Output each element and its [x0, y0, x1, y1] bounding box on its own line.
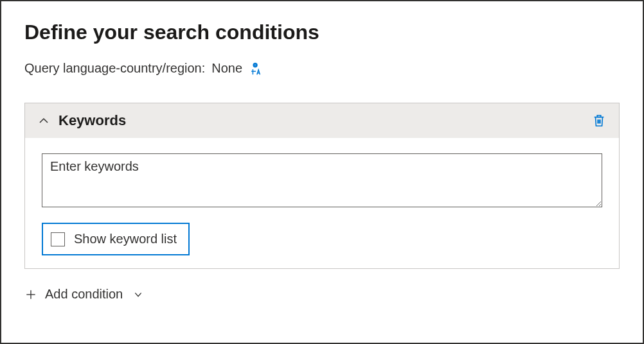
query-language-label: Query language-country/region:	[24, 61, 205, 76]
chevron-down-icon	[133, 289, 143, 300]
keywords-header-left: Keywords	[38, 112, 126, 129]
show-keyword-list-label: Show keyword list	[74, 232, 177, 246]
keywords-panel-body: Show keyword list	[25, 138, 619, 268]
show-keyword-list-checkbox[interactable]	[51, 232, 65, 246]
translate-icon[interactable]	[249, 62, 263, 76]
add-condition-label: Add condition	[45, 287, 123, 302]
chevron-up-icon[interactable]	[38, 115, 49, 126]
trash-icon[interactable]	[592, 114, 606, 128]
keywords-panel-header: Keywords	[25, 103, 619, 138]
query-language-row: Query language-country/region: None	[24, 61, 620, 76]
add-condition-button[interactable]: Add condition	[24, 287, 143, 302]
show-keyword-list-group: Show keyword list	[42, 223, 190, 255]
query-language-value: None	[211, 61, 242, 76]
plus-icon	[24, 288, 37, 301]
keywords-panel-title: Keywords	[58, 112, 126, 129]
keywords-panel: Keywords Show keyword list	[24, 103, 620, 269]
keywords-input[interactable]	[42, 153, 602, 207]
page-title: Define your search conditions	[24, 21, 620, 44]
